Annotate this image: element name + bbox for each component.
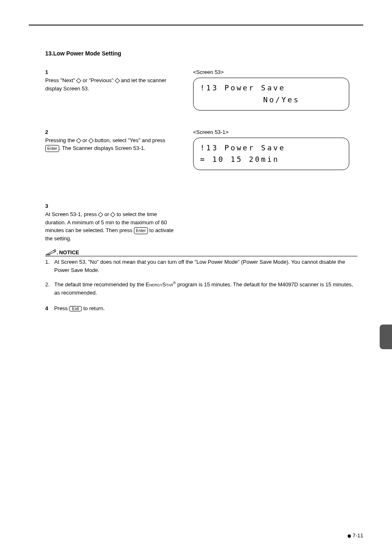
step4-number: 4 (45, 305, 53, 311)
step4-row: 4 Press Exit to return. (45, 305, 363, 311)
exit-button-icon: Exit (69, 306, 82, 311)
notice2-before: The default time recommended by the (54, 282, 146, 288)
step1-number: 1 (45, 69, 53, 75)
step3-right-empty (193, 203, 349, 242)
step2-after2: . The Scanner displays Screen 53-1. (59, 145, 145, 151)
step2-text: Pressing the or button, select "Yes" and… (45, 136, 177, 152)
section-title: 13.Low Power Mode Setting (45, 50, 363, 57)
step1-left: 1 Press "Next" or "Previous" and let the… (45, 69, 193, 111)
screen531-label: <Screen 53-1> (193, 129, 349, 135)
step3-left: 3 At Screen 53-1, press or to select the… (45, 203, 193, 242)
screen53-lcd: !13 Power Save No/Yes (193, 78, 349, 111)
left-diamond-icon (76, 138, 81, 143)
screen53-col: <Screen 53> !13 Power Save No/Yes (193, 69, 349, 111)
right-diamond-icon (88, 138, 94, 143)
step4-before: Press (54, 305, 69, 311)
notice2-num: 2. (45, 281, 54, 297)
step3-mid: or (103, 211, 111, 217)
notice-header: . NOTICE (45, 249, 357, 256)
step1-row: 1 Press "Next" or "Previous" and let the… (45, 69, 363, 111)
step3-text: At Screen 53-1, press or to select the t… (45, 210, 177, 242)
notice-dot: . (57, 249, 58, 256)
step4-after: to return. (82, 305, 105, 311)
screen531-line2: = 10 15 20min (200, 154, 342, 166)
screen53-line2: No/Yes (200, 94, 342, 106)
page-num-text: 7-11 (353, 532, 363, 539)
step2-left: 2 Pressing the or button, select "Yes" a… (45, 129, 193, 170)
page-number: 7-11 (348, 532, 363, 539)
step3-row: 3 At Screen 53-1, press or to select the… (45, 203, 363, 242)
side-tab (380, 325, 392, 349)
step2-number: 2 (45, 129, 53, 135)
screen53-line1: !13 Power Save (200, 82, 342, 94)
notice-label: NOTICE (59, 249, 79, 256)
step4-text: Press Exit to return. (54, 305, 105, 311)
enter-button-icon: Enter (45, 145, 59, 152)
step1-mid: or "Previous" (81, 77, 115, 83)
notice-body: 1. At Screen 53, "No" does not mean that… (45, 258, 357, 297)
step2-row: 2 Pressing the or button, select "Yes" a… (45, 129, 363, 170)
notice1-num: 1. (45, 258, 54, 274)
screen53-label: <Screen 53> (193, 69, 349, 75)
screen531-lcd: !13 Power Save = 10 15 20min (193, 138, 349, 170)
screen531-col: <Screen 53-1> !13 Power Save = 10 15 20m… (193, 129, 349, 170)
registered-icon: ® (173, 281, 176, 285)
step1-before: Press "Next" (45, 77, 76, 83)
notice2-text: The default time recommended by the Ener… (54, 281, 357, 297)
pencil-icon (45, 249, 57, 256)
bullet-icon (348, 534, 351, 538)
step3-number: 3 (45, 203, 53, 209)
header-rule (29, 25, 363, 25)
step2-after1: button, select "Yes" and press (93, 137, 166, 143)
notice1-text: At Screen 53, "No" does not mean that yo… (54, 258, 357, 274)
enter-button-icon-2: Enter (134, 227, 148, 234)
step2-mid: or (81, 137, 89, 143)
notice-item-1: 1. At Screen 53, "No" does not mean that… (45, 258, 357, 274)
energystar-text: EnergyStar (146, 282, 173, 288)
step3-before: At Screen 53-1, press (45, 211, 98, 217)
step2-before: Pressing the (45, 137, 76, 143)
screen531-line1: !13 Power Save (200, 142, 342, 154)
notice-item-2: 2. The default time recommended by the E… (45, 281, 357, 297)
step1-text: Press "Next" or "Previous" and let the s… (45, 76, 177, 92)
previous-diamond-icon (115, 78, 120, 83)
